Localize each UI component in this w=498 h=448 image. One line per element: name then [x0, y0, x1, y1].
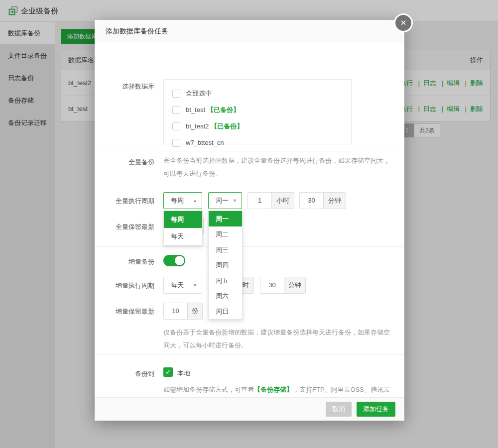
db-option-label: bt_test2: [186, 122, 209, 130]
checkbox-unchecked[interactable]: [172, 106, 180, 114]
full-minute-input[interactable]: 30: [300, 193, 323, 209]
backed-up-tag: 【已备份】: [211, 122, 243, 131]
full-backup-label: 全量备份: [95, 158, 154, 166]
check-icon: ✓: [165, 368, 171, 376]
incr-keep-input-group: 10 份: [163, 303, 203, 320]
menu-option-friday[interactable]: 周五: [209, 273, 242, 288]
select-value: 周一: [216, 197, 229, 204]
local-label: 本地: [177, 369, 190, 378]
full-hour-input[interactable]: 1: [248, 193, 271, 209]
incr-backup-toggle[interactable]: [163, 255, 185, 266]
divider: [95, 151, 404, 151]
full-minute-input-group: 30 分钟: [299, 192, 346, 209]
full-cycle-dropdown-menu: 每周 每天: [163, 211, 203, 245]
incr-backup-label: 增量备份: [95, 258, 154, 266]
full-cycle-label: 全量执行周期: [95, 197, 154, 205]
keep-unit: 份: [187, 303, 202, 319]
full-keep-label: 全量保留最新: [95, 223, 154, 231]
db-option-bt_test2[interactable]: bt_test2 【已备份】: [172, 118, 343, 134]
db-select-label: 选择数据库: [95, 83, 154, 91]
full-backup-desc: 完全备份当前选择的数据，建议全量备份选择每周进行备份，如果存储空间大，可以每天进…: [163, 154, 393, 180]
full-day-select[interactable]: 周一 ▼: [208, 192, 242, 209]
full-cycle-select[interactable]: 每周 ▲: [163, 192, 202, 209]
cancel-button[interactable]: 取消: [326, 402, 352, 417]
add-backup-task-modal: ✕ 添加数据库备份任务 选择数据库 全部选中 bt_test 【已备份】 b: [95, 20, 404, 421]
local-checkbox-checked[interactable]: ✓: [163, 367, 173, 377]
close-icon[interactable]: ✕: [394, 13, 413, 32]
db-option-label: bt_test: [186, 106, 205, 113]
db-option-select-all[interactable]: 全部选中: [172, 85, 343, 102]
menu-option-sunday[interactable]: 周日: [209, 304, 242, 319]
incr-cycle-select[interactable]: 每天 ▼: [163, 277, 202, 294]
add-task-button[interactable]: 添加任务: [357, 402, 395, 417]
divider: [95, 246, 404, 247]
incr-cycle-label: 增量执行周期: [95, 282, 154, 290]
incr-keep-label: 增量保留最新: [95, 308, 154, 316]
divider: [95, 354, 404, 355]
database-list: 全部选中 bt_test 【已备份】 bt_test2 【已备份】 w7_btt…: [163, 79, 352, 144]
checkbox-unchecked[interactable]: [172, 139, 180, 147]
incr-minute-input[interactable]: 30: [260, 277, 284, 293]
backup-dest-label: 备份到: [95, 370, 154, 378]
hour-unit: 小时: [271, 193, 294, 209]
toggle-knob: [175, 256, 184, 265]
minute-unit: 分钟: [284, 277, 305, 293]
db-option-bt_test[interactable]: bt_test 【已备份】: [172, 102, 343, 118]
modal-header: 添加数据库备份任务: [95, 20, 404, 42]
select-value: 每周: [171, 197, 184, 204]
menu-option-saturday[interactable]: 周六: [209, 288, 242, 304]
chevron-down-icon: ▼: [193, 277, 197, 293]
db-option-label: w7_bttest_cn: [186, 139, 224, 146]
checkbox-unchecked[interactable]: [172, 90, 180, 98]
menu-option-monday[interactable]: 周一: [209, 211, 242, 226]
menu-option-thursday[interactable]: 周四: [209, 257, 242, 273]
chevron-down-icon: ▼: [233, 193, 237, 209]
incr-keep-input[interactable]: 10: [164, 303, 187, 319]
incr-minute-input-group: 30 分钟: [260, 277, 306, 294]
chevron-up-icon: ▲: [193, 193, 197, 209]
menu-option-daily[interactable]: 每天: [164, 228, 202, 245]
minute-unit: 分钟: [323, 193, 346, 209]
menu-option-tuesday[interactable]: 周二: [209, 226, 242, 242]
modal-footer: 取消 添加任务: [95, 397, 404, 421]
checkbox-unchecked[interactable]: [172, 122, 180, 130]
db-option-w7_bttest_cn[interactable]: w7_bttest_cn: [172, 134, 343, 151]
modal-body: 选择数据库 全部选中 bt_test 【已备份】 bt_test2 【已备份】: [95, 42, 404, 421]
full-hour-input-group: 1 小时: [248, 192, 294, 209]
modal-title: 添加数据库备份任务: [95, 20, 404, 42]
menu-option-weekly[interactable]: 每周: [164, 211, 202, 228]
incr-backup-desc: 仅备份基于全量备份新增的数据，建议增量备份选择每天进行备份，如果存储空间大，可以…: [163, 326, 393, 352]
menu-option-wednesday[interactable]: 周三: [209, 242, 242, 257]
desc-text: 如需增加备份存储方式，可查看: [163, 386, 254, 393]
backup-storage-link[interactable]: 【备份存储】: [254, 386, 293, 393]
page: 企业级备份 数据库备份 文件目录备份 日志备份 备份存储 备份记录迁移 添加数据…: [0, 0, 498, 448]
full-day-dropdown-menu: 周一 周二 周三 周四 周五 周六 周日: [208, 211, 243, 320]
backed-up-tag: 【已备份】: [207, 106, 240, 114]
db-option-label: 全部选中: [186, 89, 212, 98]
select-value: 每天: [171, 281, 184, 289]
